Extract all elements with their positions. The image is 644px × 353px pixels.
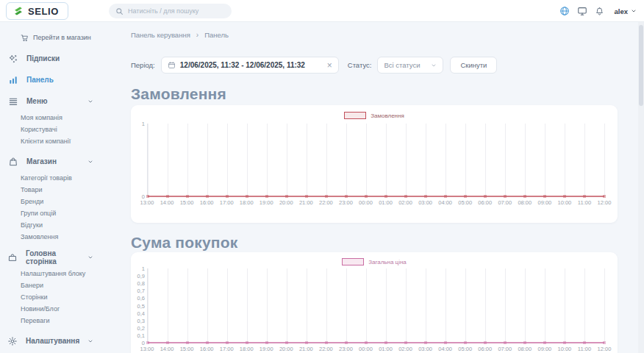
- sidebar-subitem-pages[interactable]: Сторінки: [21, 291, 103, 303]
- sidebar-subitem-banners[interactable]: Банери: [21, 279, 103, 291]
- calendar-icon: [168, 61, 176, 69]
- sidebar-subitem-option-groups[interactable]: Групи опцій: [21, 207, 103, 219]
- page-scrollbar[interactable]: [638, 22, 644, 353]
- legend-label: Замовлення: [371, 113, 404, 119]
- purchase-sum-chart-card: Загальна ціна 10,90,80,70,60,50,40,30,20…: [131, 252, 618, 353]
- sidebar-item-homepage[interactable]: Головна сторінка: [0, 246, 103, 268]
- sidebar-item-menu[interactable]: Меню: [0, 90, 103, 112]
- subscriptions-icon: [7, 54, 18, 64]
- orders-chart-card: Замовлення 10 13:0014:0015:0016:0017:001…: [131, 105, 618, 223]
- orders-plot-area: 10: [147, 124, 604, 196]
- purchase-sum-section-title: Сума покупок: [131, 234, 237, 252]
- logo[interactable]: SELIO: [6, 2, 68, 20]
- breadcrumb: Панель керування › Панель: [131, 31, 229, 39]
- display-icon[interactable]: [577, 6, 587, 16]
- shopping-bag-icon: [7, 157, 18, 167]
- sidebar-item-label: Налаштування: [26, 337, 79, 345]
- chart-legend[interactable]: Загальна ціна: [131, 257, 618, 266]
- chart-legend[interactable]: Замовлення: [131, 111, 618, 120]
- sidebar-item-label: Панель: [26, 76, 54, 84]
- sidebar-subitem-news-blog[interactable]: Новини/Блог: [21, 303, 103, 315]
- breadcrumb-dashboard-control[interactable]: Панель керування: [131, 31, 190, 39]
- go-to-store-label: Перейти в магазин: [33, 34, 91, 41]
- clear-period-icon[interactable]: ×: [327, 61, 332, 70]
- sidebar: Перейти в магазин Підписки Панель: [0, 22, 103, 353]
- period-value: 12/06/2025, 11:32 - 12/06/2025, 11:32: [180, 61, 305, 69]
- search-input[interactable]: Натисніть / для пошуку: [109, 4, 232, 18]
- chevron-down-icon: [87, 159, 93, 165]
- notifications-bell-icon[interactable]: [595, 7, 604, 16]
- purchase-sum-x-axis: 13:0014:0015:0016:0017:0018:0019:0020:00…: [147, 346, 604, 353]
- reset-button[interactable]: Скинути: [450, 57, 497, 74]
- sidebar-subitem-advantages[interactable]: Переваги: [21, 315, 103, 327]
- scrollbar-thumb[interactable]: [639, 25, 643, 106]
- sidebar-subitem-block-settings[interactable]: Налаштування блоку: [21, 268, 103, 279]
- orders-section-title: Замовлення: [131, 85, 226, 103]
- chevron-down-icon: [87, 254, 93, 260]
- sidebar-subitem-product-categories[interactable]: Категорії товарів: [21, 172, 103, 184]
- main-content: Панель керування › Панель Період: 12/06/…: [103, 22, 638, 353]
- sidebar-subitem-users[interactable]: Користувачі: [21, 124, 103, 135]
- breadcrumb-dashboard[interactable]: Панель: [204, 31, 229, 39]
- orders-x-axis: 13:0014:0015:0016:0017:0018:0019:0020:00…: [147, 199, 604, 208]
- sidebar-subitem-reviews[interactable]: Відгуки: [21, 219, 103, 231]
- sidebar-item-label: Головна сторінка: [26, 249, 79, 265]
- sidebar-item-shop[interactable]: Магазин: [0, 151, 103, 172]
- status-selected-value: Всі статуси: [384, 61, 420, 69]
- language-globe-icon[interactable]: [559, 6, 570, 16]
- sidebar-subitem-my-company[interactable]: Моя компанія: [21, 112, 103, 124]
- period-date-range-input[interactable]: 12/06/2025, 11:32 - 12/06/2025, 11:32 ×: [161, 57, 339, 74]
- breadcrumb-separator: ›: [196, 31, 198, 39]
- go-to-store-link[interactable]: Перейти в магазин: [21, 32, 103, 43]
- legend-swatch: [342, 258, 364, 265]
- selio-logo-icon: [13, 6, 24, 16]
- briefcase-icon: [7, 252, 18, 263]
- chevron-down-icon: [631, 8, 637, 14]
- sidebar-item-settings[interactable]: Налаштування: [0, 330, 103, 352]
- menu-lines-icon: [7, 96, 18, 107]
- sidebar-subitem-brands[interactable]: Бренди: [21, 196, 103, 207]
- legend-swatch: [344, 112, 366, 119]
- sidebar-item-label: Магазин: [26, 157, 57, 165]
- status-label: Статус:: [348, 61, 372, 69]
- top-header: SELIO Натисніть / для пошуку a: [0, 0, 644, 22]
- search-icon: [115, 7, 124, 15]
- filter-bar: Період: 12/06/2025, 11:32 - 12/06/2025, …: [131, 57, 497, 74]
- sidebar-subitem-company-clients[interactable]: Клієнти компанії: [21, 135, 103, 147]
- sidebar-item-label: Меню: [26, 97, 47, 105]
- legend-label: Загальна ціна: [368, 259, 407, 265]
- chevron-down-icon: [87, 99, 93, 104]
- user-name: alex: [615, 7, 629, 15]
- purchase-sum-plot-area: 10,90,80,70,60,50,40,30,20,10: [147, 268, 604, 343]
- status-select[interactable]: Всі статуси: [377, 57, 443, 74]
- sidebar-subitem-products[interactable]: Товари: [21, 184, 103, 196]
- bar-chart-icon: [7, 75, 18, 85]
- chevron-down-icon: [431, 63, 437, 68]
- user-menu[interactable]: alex: [615, 7, 637, 15]
- sidebar-item-subscriptions[interactable]: Підписки: [0, 48, 103, 69]
- chevron-down-icon: [87, 338, 93, 344]
- sidebar-subitem-orders[interactable]: Замовлення: [21, 231, 103, 243]
- sidebar-item-dashboard[interactable]: Панель: [0, 69, 103, 90]
- gear-icon: [7, 336, 18, 346]
- period-label: Період:: [131, 61, 155, 69]
- logo-text: SELIO: [28, 6, 59, 17]
- sidebar-item-label: Підписки: [26, 54, 60, 63]
- search-placeholder: Натисніть / для пошуку: [128, 7, 198, 15]
- cart-icon: [21, 34, 29, 42]
